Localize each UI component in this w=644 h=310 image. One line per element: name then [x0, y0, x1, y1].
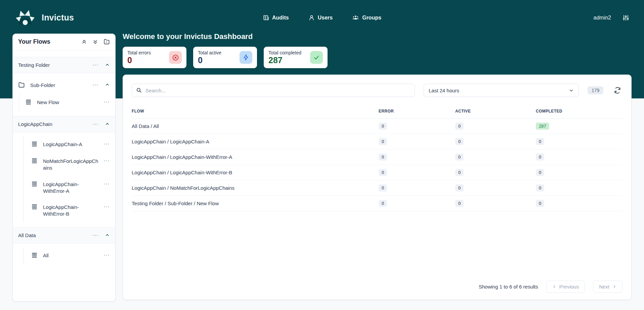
active-count-badge: 0 [455, 153, 464, 161]
flow-icon [31, 204, 38, 211]
tree-item-sub-folder[interactable]: Sub-Folder ⋯ [13, 77, 115, 94]
tree-item-label: All [43, 252, 49, 259]
completed-count-badge: 287 [536, 123, 549, 130]
error-count-badge: 0 [379, 200, 387, 207]
flow-name-link[interactable]: LogicAppChain / LogicAppChain-WithError-… [132, 168, 379, 177]
refresh-icon[interactable] [614, 87, 621, 94]
tree-item-new-flow[interactable]: New Flow ⋯ [19, 94, 115, 111]
logicappchain-children: LogicAppChain-A ⋯ NoMatchForLogicAppChai… [23, 136, 115, 222]
chevron-right-icon [612, 284, 616, 289]
more-options-icon[interactable]: ⋯ [103, 204, 110, 210]
stat-card-total-active: Total active 0 [193, 47, 257, 68]
nav-item-users[interactable]: Users [308, 14, 333, 21]
error-circle-icon [169, 51, 182, 64]
flow-name-link[interactable]: LogicAppChain / LogicAppChain-A [132, 137, 379, 146]
table-row: Testing Folder / Sub-Folder / New Flow 0… [132, 196, 622, 211]
chevron-left-icon [552, 284, 557, 289]
more-options-icon[interactable]: ⋯ [103, 158, 110, 164]
column-header-active: Active [455, 107, 536, 115]
next-page-button[interactable]: Next [593, 280, 622, 293]
new-folder-icon[interactable] [103, 39, 110, 45]
flow-icon [31, 181, 38, 188]
invictus-logo-icon [15, 9, 36, 27]
error-count-badge: 0 [379, 123, 387, 130]
section-label: All Data [18, 232, 36, 238]
more-options-icon[interactable]: ⋯ [103, 99, 110, 105]
tree-item-logicappchain-witherror-a[interactable]: LogicAppChain-WithError-A ⋯ [24, 176, 115, 200]
groups-icon [352, 14, 359, 21]
time-range-select[interactable]: Last 24 hours [424, 84, 579, 97]
expand-all-icon[interactable] [92, 39, 98, 45]
result-count-badge: 179 [588, 86, 603, 94]
more-options-icon[interactable]: ⋯ [103, 141, 110, 147]
tree-item-label: LogicAppChain-A [43, 141, 82, 148]
time-range-select-wrap: Last 24 hours [424, 84, 579, 97]
chevron-up-icon[interactable] [105, 62, 110, 68]
flow-name-link[interactable]: LogicAppChain / NoMatchForLogicAppChains [132, 184, 379, 192]
error-count-badge: 0 [379, 138, 387, 145]
tree-section-logicappchain[interactable]: LogicAppChain ⋯ [13, 116, 115, 132]
section-label: LogicAppChain [18, 121, 52, 127]
chevron-up-icon[interactable] [105, 122, 110, 127]
top-navigation-bar: Invictus Audits User [0, 0, 644, 35]
section-label: Testing Folder [18, 62, 50, 68]
search-input[interactable] [132, 84, 415, 97]
flow-icon [31, 158, 38, 165]
completed-count-badge: 0 [536, 200, 544, 207]
table-row: LogicAppChain / LogicAppChain-A 0 0 0 [132, 134, 622, 149]
folder-icon [18, 82, 25, 90]
settings-sliders-icon[interactable] [622, 14, 629, 21]
more-options-icon[interactable]: ⋯ [92, 82, 99, 88]
table-toolbar: Last 24 hours 179 [132, 84, 622, 97]
flows-table-card: Last 24 hours 179 Flow [123, 75, 632, 300]
nav-item-groups[interactable]: Groups [352, 14, 381, 21]
next-page-label: Next [599, 284, 609, 290]
audits-icon [263, 14, 269, 21]
chevron-up-icon[interactable] [105, 82, 110, 87]
flow-name-link[interactable]: Testing Folder / Sub-Folder / New Flow [132, 199, 379, 208]
column-header-completed: Completed [536, 107, 622, 115]
results-summary: Showing 1 to 6 of 6 results [479, 284, 538, 290]
all-data-children: All ⋯ [23, 248, 115, 264]
topbar-right: admin2 [594, 14, 629, 21]
table-row: LogicAppChain / LogicAppChain-WithError-… [132, 165, 622, 180]
stat-card-total-completed: Total completed 287 [264, 47, 328, 68]
user-icon [308, 14, 315, 21]
table-row: LogicAppChain / LogicAppChain-WithError-… [132, 149, 622, 165]
flow-icon [31, 141, 38, 148]
tree-section-testing-folder[interactable]: Testing Folder ⋯ [13, 57, 115, 73]
tree-section-all-data[interactable]: All Data ⋯ [13, 227, 115, 243]
chevron-down-icon [569, 88, 574, 93]
flow-name-link[interactable]: LogicAppChain / LogicAppChain-WithError-… [132, 153, 379, 161]
flows-sidebar: Your Flows [12, 34, 116, 302]
tree-item-all[interactable]: All ⋯ [24, 248, 115, 264]
collapse-all-icon[interactable] [81, 39, 87, 45]
more-options-icon[interactable]: ⋯ [92, 232, 99, 238]
main-nav: Audits Users Groups [0, 14, 644, 21]
more-options-icon[interactable]: ⋯ [103, 181, 110, 187]
tree-item-nomatchforlogicappchains[interactable]: NoMatchForLogicAppChains ⋯ [24, 153, 115, 176]
flow-name-link[interactable]: All Data / All [132, 122, 379, 130]
error-count-badge: 0 [379, 184, 387, 191]
tree-item-label: LogicAppChain-WithError-A [43, 181, 101, 195]
previous-page-button[interactable]: Previous [546, 280, 585, 293]
more-options-icon[interactable]: ⋯ [92, 121, 99, 127]
tree-item-label: New Flow [37, 99, 59, 106]
brand-name: Invictus [42, 13, 74, 23]
chevron-up-icon[interactable] [105, 233, 110, 238]
nav-item-audits[interactable]: Audits [263, 14, 289, 21]
stat-label: Total errors [127, 50, 151, 55]
tree-item-logicappchain-a[interactable]: LogicAppChain-A ⋯ [24, 136, 115, 153]
more-options-icon[interactable]: ⋯ [103, 252, 110, 258]
active-count-badge: 0 [455, 169, 464, 176]
completed-count-badge: 0 [536, 169, 544, 176]
tree-item-logicappchain-witherror-b[interactable]: LogicAppChain-WithError-B ⋯ [24, 199, 115, 222]
error-count-badge: 0 [379, 169, 387, 176]
stat-card-total-errors: Total errors 0 [123, 47, 186, 68]
current-user[interactable]: admin2 [594, 15, 611, 21]
more-options-icon[interactable]: ⋯ [92, 62, 99, 68]
brand[interactable]: Invictus [15, 9, 74, 27]
active-count-badge: 0 [455, 200, 464, 207]
completed-count-badge: 0 [536, 184, 544, 191]
search-icon [136, 87, 142, 94]
